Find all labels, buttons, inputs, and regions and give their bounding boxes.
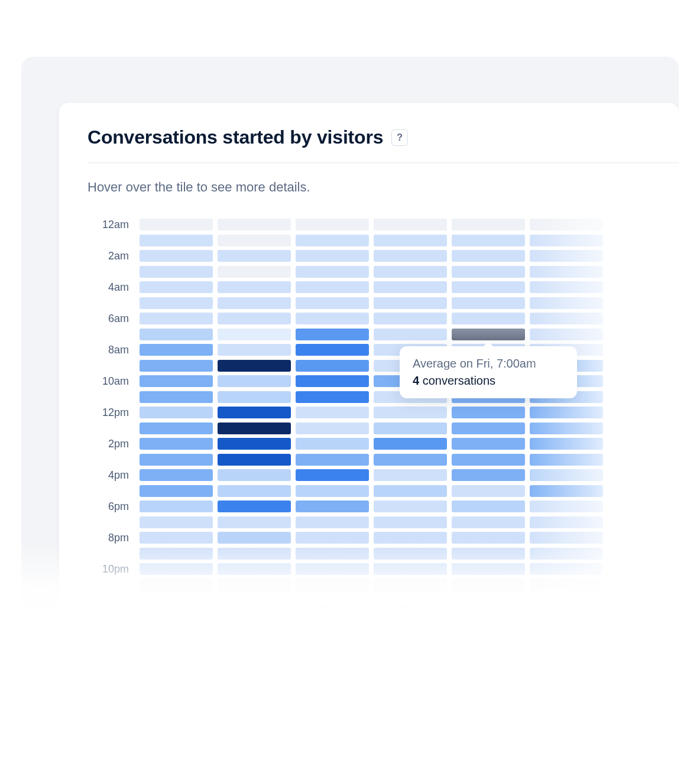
heatmap-cell[interactable]: [218, 563, 291, 575]
heatmap-cell[interactable]: [140, 469, 213, 481]
heatmap-cell[interactable]: [530, 219, 603, 230]
heatmap-cell[interactable]: [374, 313, 447, 324]
heatmap-cell[interactable]: [530, 485, 603, 497]
heatmap-cell[interactable]: [452, 516, 525, 528]
heatmap-cell[interactable]: [140, 438, 213, 450]
heatmap-cell[interactable]: [530, 500, 603, 512]
heatmap-cell[interactable]: [374, 297, 447, 309]
heatmap-cell[interactable]: [218, 297, 291, 309]
heatmap-cell[interactable]: [452, 422, 525, 434]
heatmap-cell[interactable]: [296, 548, 369, 560]
heatmap-cell[interactable]: [296, 313, 369, 324]
heatmap-cell[interactable]: [140, 563, 213, 575]
heatmap-cell[interactable]: [296, 360, 369, 372]
heatmap-cell[interactable]: [218, 235, 291, 246]
heatmap-cell[interactable]: [140, 313, 213, 324]
heatmap-cell[interactable]: [452, 313, 525, 324]
heatmap-cell[interactable]: [218, 391, 291, 403]
help-icon[interactable]: ?: [391, 129, 408, 146]
heatmap-cell[interactable]: [140, 454, 213, 466]
heatmap-cell[interactable]: [530, 360, 603, 372]
heatmap-cell[interactable]: [296, 485, 369, 497]
heatmap-cell[interactable]: [374, 500, 447, 512]
heatmap-cell[interactable]: [296, 219, 369, 230]
heatmap-cell[interactable]: [452, 360, 525, 372]
heatmap-cell[interactable]: [530, 266, 603, 278]
heatmap-cell[interactable]: [218, 438, 291, 450]
heatmap-cell[interactable]: [374, 329, 447, 340]
heatmap-cell[interactable]: [452, 579, 525, 591]
heatmap-cell[interactable]: [374, 469, 447, 481]
heatmap-cell[interactable]: [140, 422, 213, 434]
heatmap-cell[interactable]: [374, 407, 447, 418]
heatmap-cell[interactable]: [374, 485, 447, 497]
heatmap-cell[interactable]: [530, 532, 603, 544]
heatmap-cell[interactable]: [374, 281, 447, 293]
heatmap-cell[interactable]: [140, 579, 213, 591]
heatmap-cell[interactable]: [452, 500, 525, 512]
heatmap-cell[interactable]: [530, 375, 603, 387]
heatmap-cell[interactable]: [530, 454, 603, 466]
heatmap-cell[interactable]: [296, 516, 369, 528]
heatmap-cell[interactable]: [218, 454, 291, 466]
heatmap-cell[interactable]: [140, 407, 213, 418]
heatmap-cell[interactable]: [296, 422, 369, 434]
heatmap-cell[interactable]: [374, 360, 447, 372]
heatmap-cell[interactable]: [374, 516, 447, 528]
heatmap-cell[interactable]: [296, 407, 369, 418]
heatmap-cell[interactable]: [218, 266, 291, 278]
heatmap-cell[interactable]: [530, 548, 603, 560]
heatmap-cell[interactable]: [140, 375, 213, 387]
heatmap-cell[interactable]: [296, 235, 369, 246]
heatmap-cell[interactable]: [140, 297, 213, 309]
heatmap-cell[interactable]: [530, 344, 603, 356]
heatmap-cell[interactable]: [140, 250, 213, 262]
heatmap-cell[interactable]: [530, 438, 603, 450]
heatmap-cell[interactable]: [530, 579, 603, 591]
heatmap-cell[interactable]: [140, 532, 213, 544]
heatmap-cell[interactable]: [296, 438, 369, 450]
heatmap-cell[interactable]: [374, 532, 447, 544]
heatmap-cell[interactable]: [296, 532, 369, 544]
heatmap-cell[interactable]: [452, 250, 525, 262]
heatmap-cell[interactable]: [452, 329, 525, 340]
heatmap-cell[interactable]: [218, 407, 291, 418]
heatmap-cell[interactable]: [374, 375, 447, 387]
heatmap-cell[interactable]: [530, 313, 603, 324]
heatmap-cell[interactable]: [296, 329, 369, 340]
heatmap-cell[interactable]: [452, 563, 525, 575]
heatmap-cell[interactable]: [218, 329, 291, 340]
heatmap-cell[interactable]: [530, 391, 603, 403]
heatmap-cell[interactable]: [296, 579, 369, 591]
heatmap-cell[interactable]: [296, 563, 369, 575]
heatmap-cell[interactable]: [218, 469, 291, 481]
heatmap-cell[interactable]: [218, 250, 291, 262]
heatmap-cell[interactable]: [530, 235, 603, 246]
heatmap-cell[interactable]: [296, 454, 369, 466]
heatmap-cell[interactable]: [140, 344, 213, 356]
heatmap-cell[interactable]: [140, 360, 213, 372]
heatmap-cell[interactable]: [530, 281, 603, 293]
heatmap-cell[interactable]: [218, 500, 291, 512]
heatmap-cell[interactable]: [452, 548, 525, 560]
heatmap-cell[interactable]: [218, 579, 291, 591]
heatmap-cell[interactable]: [296, 391, 369, 403]
heatmap-cell[interactable]: [218, 548, 291, 560]
heatmap-cell[interactable]: [374, 250, 447, 262]
heatmap-cell[interactable]: [140, 548, 213, 560]
heatmap-cell[interactable]: [296, 375, 369, 387]
heatmap-cell[interactable]: [452, 532, 525, 544]
heatmap-cell[interactable]: [374, 454, 447, 466]
heatmap-cell[interactable]: [452, 469, 525, 481]
heatmap-cell[interactable]: [374, 579, 447, 591]
heatmap-cell[interactable]: [530, 407, 603, 418]
heatmap-cell[interactable]: [452, 407, 525, 418]
heatmap-cell[interactable]: [452, 485, 525, 497]
heatmap-cell[interactable]: [218, 219, 291, 230]
heatmap-cell[interactable]: [452, 375, 525, 387]
heatmap-cell[interactable]: [530, 516, 603, 528]
heatmap-cell[interactable]: [218, 344, 291, 356]
heatmap-cell[interactable]: [296, 500, 369, 512]
heatmap-cell[interactable]: [218, 422, 291, 434]
heatmap-cell[interactable]: [296, 250, 369, 262]
